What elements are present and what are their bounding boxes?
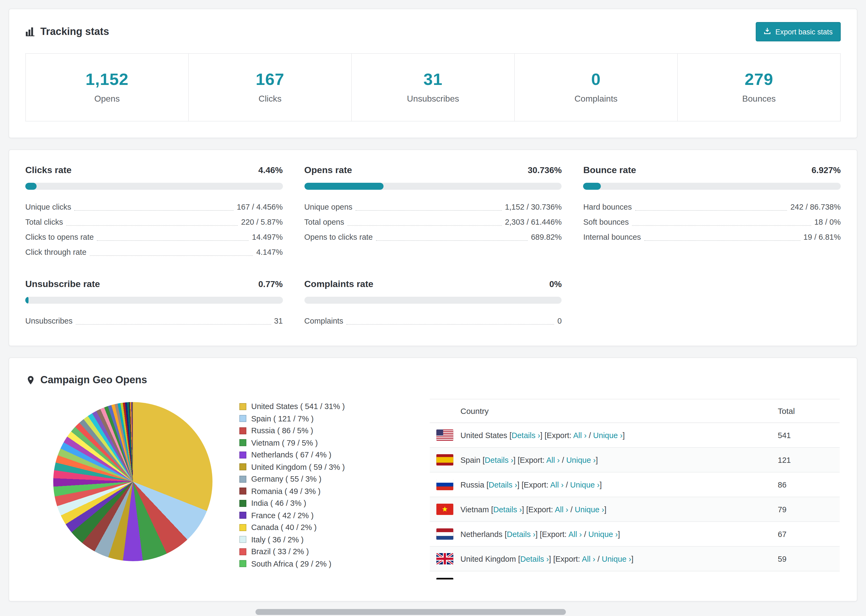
export-unique-link[interactable]: Unique › <box>589 530 618 538</box>
details-link[interactable]: Details › <box>507 530 535 538</box>
geo-country-name: Spain <box>460 456 480 464</box>
unsubscribe-rate-block: Unsubscribe rate 0.77% Unsubscribes 31 <box>25 279 283 328</box>
bracket: ] <box>608 579 610 580</box>
stat-value: 167 <box>189 70 351 89</box>
export-all-link[interactable]: All › <box>573 431 587 439</box>
horizontal-scrollbar-thumb[interactable] <box>255 609 566 615</box>
bracket: ] <box>596 456 598 464</box>
legend-label: Netherlands ( 67 / 4% ) <box>251 451 331 459</box>
dotted-leader <box>76 324 271 325</box>
rate-row: Clicks to opens rate 14.497% <box>25 229 283 245</box>
details-link[interactable]: Details › <box>512 431 540 439</box>
geo-titlebar: Campaign Geo Opens <box>26 374 840 386</box>
rate-row: Total clicks 220 / 5.87% <box>25 214 283 229</box>
flag-vn-icon <box>436 504 453 515</box>
tracking-stats-page: Tracking stats Export basic stats 1,152 … <box>0 0 866 616</box>
dotted-leader <box>356 210 502 211</box>
geo-total-value: 121 <box>778 456 834 464</box>
export-all-link[interactable]: All › <box>550 480 564 489</box>
rate-row: Hard bounces 242 / 86.738% <box>583 200 841 214</box>
details-link[interactable]: Details › <box>520 555 549 563</box>
dotted-leader <box>348 225 502 226</box>
export-unique-link[interactable]: Unique › <box>566 456 596 464</box>
bracket: ] <box>623 431 625 439</box>
flag-es-icon <box>436 454 453 465</box>
legend-item: Romania ( 49 / 3% ) <box>239 487 417 495</box>
bracket: [Export: <box>545 431 572 439</box>
legend-label: Germany ( 55 / 3% ) <box>251 475 321 483</box>
rate-progress-track <box>583 183 841 190</box>
geo-content: United States ( 541 / 31% ) Spain ( 121 … <box>26 399 840 580</box>
stat-cell-unsubscribes: 31 Unsubscribes <box>351 53 515 121</box>
legend-swatch <box>239 500 246 507</box>
legend-label: Romania ( 49 / 3% ) <box>251 487 321 495</box>
export-all-link[interactable]: All › <box>582 555 595 563</box>
rate-row-label: Clicks to opens rate <box>25 229 94 245</box>
bracket: ] <box>549 555 551 563</box>
bounce-rate-block: Bounce rate 6.927% Hard bounces 242 / 86… <box>583 165 841 259</box>
legend-swatch <box>239 439 246 446</box>
export-unique-link[interactable]: Unique › <box>575 505 604 514</box>
geo-total-value: 541 <box>778 431 834 439</box>
bracket: [Export: <box>530 579 557 580</box>
dotted-leader <box>74 210 234 211</box>
tracking-stats-card: Tracking stats Export basic stats 1,152 … <box>9 9 857 138</box>
rate-row-value: 0 <box>557 313 562 328</box>
geo-table-row: United Kingdom [Details ›] [Export: All … <box>430 547 840 571</box>
geo-country-name: Vietnam <box>460 505 489 514</box>
geo-total-value: 86 <box>778 480 834 489</box>
export-unique-link[interactable]: Unique › <box>602 555 631 563</box>
rate-row: Soft bounces 18 / 0% <box>583 214 841 229</box>
geo-opens-pie-chart[interactable] <box>53 402 213 561</box>
dotted-leader <box>66 225 238 226</box>
flag-us-icon <box>436 429 453 441</box>
details-link[interactable]: Details › <box>485 456 513 464</box>
export-unique-link[interactable]: Unique › <box>570 480 600 489</box>
geo-row-main: Vietnam [Details ›] [Export: All › / Uni… <box>460 505 778 514</box>
legend-swatch <box>239 487 246 495</box>
rate-rows: Unique opens 1,152 / 30.736% Total opens… <box>304 200 562 245</box>
bracket: ] <box>535 530 538 538</box>
geo-row-main: Netherlands [Details ›] [Export: All › /… <box>460 530 778 538</box>
legend-swatch <box>239 451 246 458</box>
rate-progress-fill <box>583 183 601 190</box>
export-basic-stats-button[interactable]: Export basic stats <box>756 22 841 41</box>
export-unique-link[interactable]: Unique › <box>593 431 623 439</box>
bracket: ] <box>600 480 601 489</box>
export-all-link[interactable]: All › <box>568 530 582 538</box>
rate-row: Opens to clicks rate 689.82% <box>304 229 562 245</box>
details-link[interactable]: Details › <box>489 480 517 489</box>
stat-label: Unsubscribes <box>352 94 514 104</box>
legend-item: Russia ( 86 / 5% ) <box>239 426 417 435</box>
rate-row: Click through rate 4.147% <box>25 245 283 259</box>
rate-head: Opens rate 30.736% <box>304 165 562 176</box>
rate-percent: 30.736% <box>527 165 562 175</box>
rate-title: Opens rate <box>304 165 352 176</box>
legend-label: Brazil ( 33 / 2% ) <box>251 547 309 556</box>
stat-label: Clicks <box>189 94 351 104</box>
rate-row: Unsubscribes 31 <box>25 313 283 328</box>
legend-label: Spain ( 121 / 7% ) <box>251 414 313 423</box>
legend-label: United States ( 541 / 31% ) <box>251 402 345 411</box>
export-all-link[interactable]: All › <box>555 505 568 514</box>
geo-table-body: United States [Details ›] [Export: All ›… <box>430 423 840 580</box>
stats-summary-row: 1,152 Opens 167 Clicks 31 Unsubscribes 0… <box>25 53 841 121</box>
slash: / <box>568 505 575 514</box>
rate-rows: Complaints 0 <box>304 313 562 328</box>
rate-row-label: Complaints <box>304 313 343 328</box>
rate-title: Unsubscribe rate <box>25 279 100 290</box>
export-all-link[interactable]: All › <box>558 579 572 580</box>
rate-row-label: Unsubscribes <box>25 313 72 328</box>
stat-value: 0 <box>515 70 677 89</box>
details-link[interactable]: Details › <box>497 579 525 580</box>
export-all-link[interactable]: All › <box>546 456 560 464</box>
dotted-leader <box>632 225 811 226</box>
rate-progress-track <box>304 183 562 190</box>
bracket: ] <box>513 456 516 464</box>
legend-swatch <box>239 403 246 410</box>
stat-label: Opens <box>26 94 188 104</box>
legend-item: Germany ( 55 / 3% ) <box>239 475 417 483</box>
rate-head: Complaints rate 0% <box>304 279 562 290</box>
details-link[interactable]: Details › <box>493 505 522 514</box>
export-unique-link[interactable]: Unique › <box>578 579 608 580</box>
